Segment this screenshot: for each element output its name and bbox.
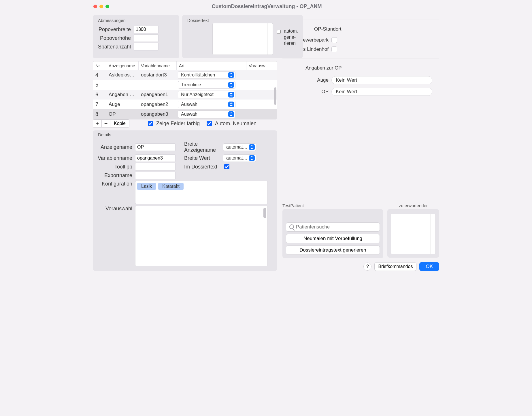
cell-nr: 4 xyxy=(93,71,106,79)
cell-anzeigename: OP xyxy=(106,110,139,118)
popoverhoehe-input[interactable] xyxy=(134,34,159,42)
table-row[interactable]: 7Augeopangaben2Auswahl xyxy=(93,100,277,109)
cell-anzeigename: Asklepios… xyxy=(106,71,139,79)
art-select[interactable]: Auswahl xyxy=(178,101,235,108)
cell-variablenname: opstandort3 xyxy=(139,71,177,79)
konfiguration-chip[interactable]: Lasik xyxy=(137,183,156,190)
fields-table: Nr. Anzeigename Variablenname Art Voraus… xyxy=(93,61,277,119)
dossiertext-group: Dossiertext autom. gene­rieren xyxy=(182,15,303,58)
window-controls xyxy=(93,5,109,8)
table-row[interactable]: 4Asklepios…opstandort3Kontrollkästchen xyxy=(93,70,277,80)
variablenname-input[interactable] xyxy=(135,154,176,162)
vorauswahl-textarea[interactable] xyxy=(135,206,268,266)
auge-select[interactable]: Kein Wert xyxy=(331,76,432,84)
chevron-updown-icon xyxy=(249,155,255,161)
table-row[interactable]: 5Trennlinie xyxy=(93,80,277,90)
add-row-button[interactable]: + xyxy=(93,119,101,128)
dossiertext-label: Dossiertext xyxy=(186,17,210,53)
autom-generieren-checkbox[interactable] xyxy=(277,29,281,34)
briefkommandos-button[interactable]: Briefkommandos xyxy=(374,262,416,271)
popoverhoehe-label: Popoverhöhe xyxy=(96,35,134,41)
chevron-updown-icon xyxy=(228,72,234,78)
autom-neumalen-checkbox[interactable] xyxy=(207,121,212,126)
art-select[interactable]: Auswahl xyxy=(178,110,235,118)
auge-label: Auge xyxy=(282,77,331,83)
art-select[interactable]: Trennlinie xyxy=(178,81,235,89)
angaben-zur-op-title: Angaben zur OP xyxy=(282,65,439,71)
op-standort-title: OP-Standort xyxy=(282,26,439,32)
kopie-button[interactable]: Kopie xyxy=(110,119,129,128)
spaltenanzahl-label: Spaltenanzahl xyxy=(96,44,134,50)
dossiertext-textarea[interactable] xyxy=(212,23,273,55)
breite-anzeigename-label: Breite Anzeigename xyxy=(184,141,223,153)
col-variablenname[interactable]: Variablenname xyxy=(139,61,177,70)
cell-nr: 5 xyxy=(93,81,106,89)
autom-generieren-label: autom. gene­rieren xyxy=(284,28,299,46)
minimize-icon[interactable] xyxy=(99,5,103,8)
anzeigename-input[interactable] xyxy=(135,143,176,151)
cell-anzeigename: Auge xyxy=(106,101,139,108)
breite-anzeigename-select[interactable]: automat… xyxy=(223,143,256,151)
details-label: Details xyxy=(97,132,274,138)
popoverbreite-input[interactable] xyxy=(134,26,159,33)
window-title: CustomDossiereintragVerwaltung - OP_ANM xyxy=(109,3,424,10)
gewerbepark-checkbox[interactable] xyxy=(331,37,337,43)
cell-variablenname: opangaben1 xyxy=(139,91,177,98)
col-nr[interactable]: Nr. xyxy=(93,61,106,70)
scrollbar-thumb[interactable] xyxy=(263,208,266,218)
cell-nr: 6 xyxy=(93,91,106,99)
breite-wert-label: Breite Wert xyxy=(184,155,223,161)
cell-anzeigename: Angaben z… xyxy=(106,91,139,98)
op-label: OP xyxy=(282,89,331,95)
zeige-felder-farbig-label: Zeige Felder farbig xyxy=(156,121,200,127)
cell-anzeigename xyxy=(106,84,139,86)
zeige-felder-farbig-checkbox[interactable] xyxy=(148,121,153,126)
remove-row-button[interactable]: − xyxy=(101,119,110,128)
exportname-input[interactable] xyxy=(135,172,176,179)
tooltipp-input[interactable] xyxy=(135,163,176,170)
close-icon[interactable] xyxy=(93,5,97,8)
variablenname-label: Variablenname xyxy=(96,155,135,161)
zu-erwartender-label: zu erwartender xyxy=(387,203,439,208)
patientensuche-input[interactable] xyxy=(286,222,380,232)
op-select[interactable]: Kein Wert xyxy=(331,88,432,96)
anzeigename-label: Anzeigename xyxy=(96,144,135,150)
col-anzeigename[interactable]: Anzeigename xyxy=(106,61,139,70)
table-row[interactable]: 8OPopangaben3Auswahl xyxy=(93,109,277,119)
cell-nr: 8 xyxy=(93,110,106,118)
asklepios-lindenhof-checkbox[interactable] xyxy=(331,46,337,52)
konfiguration-label: Konfiguration xyxy=(96,181,135,187)
spaltenanzahl-input[interactable] xyxy=(134,43,159,50)
art-select[interactable]: Kontrollkästchen xyxy=(178,71,235,79)
im-dossiertext-label: Im Dossiertext xyxy=(184,164,223,170)
table-scrollbar[interactable] xyxy=(274,87,276,105)
zu-erwartender-group xyxy=(387,209,439,258)
testpatient-group: Neumalen mit Vorbefüllung Dossiereintrag… xyxy=(282,209,383,258)
im-dossiertext-checkbox[interactable] xyxy=(224,164,229,169)
chevron-updown-icon xyxy=(249,144,255,150)
tooltipp-label: Tooltipp xyxy=(96,164,135,170)
search-icon xyxy=(289,224,294,229)
zoom-icon[interactable] xyxy=(105,5,109,8)
ok-button[interactable]: OK xyxy=(419,262,439,271)
chevron-updown-icon xyxy=(228,102,234,107)
cell-nr: 7 xyxy=(93,101,106,108)
help-button[interactable]: ? xyxy=(363,263,371,271)
breite-wert-select[interactable]: automat… xyxy=(223,154,256,162)
chevron-updown-icon xyxy=(228,111,234,117)
zu-erwartender-textarea[interactable] xyxy=(391,214,436,254)
vorauswahl-label: Vorauswahl xyxy=(96,206,135,212)
konfiguration-chip[interactable]: Katarakt xyxy=(158,183,184,190)
table-row[interactable]: 6Angaben z…opangaben1Nur Anzeigetext xyxy=(93,90,277,100)
details-group: Details Anzeigename Breite Anzeigename a… xyxy=(93,130,277,271)
col-art[interactable]: Art xyxy=(177,61,246,70)
abmessungen-label: Abmessungen xyxy=(97,17,176,23)
chevron-updown-icon xyxy=(228,92,234,98)
konfiguration-chips[interactable]: LasikKatarakt xyxy=(135,181,268,204)
col-vorauswahl[interactable]: Vorausw… xyxy=(246,61,272,70)
dossiereintragstext-generieren-button[interactable]: Dossiereintragstext generieren xyxy=(286,246,380,255)
cell-variablenname: opangaben3 xyxy=(139,110,177,118)
neumalen-vorbefuellung-button[interactable]: Neumalen mit Vorbefüllung xyxy=(286,234,380,243)
art-select[interactable]: Nur Anzeigetext xyxy=(178,91,235,98)
chevron-updown-icon xyxy=(228,82,234,88)
